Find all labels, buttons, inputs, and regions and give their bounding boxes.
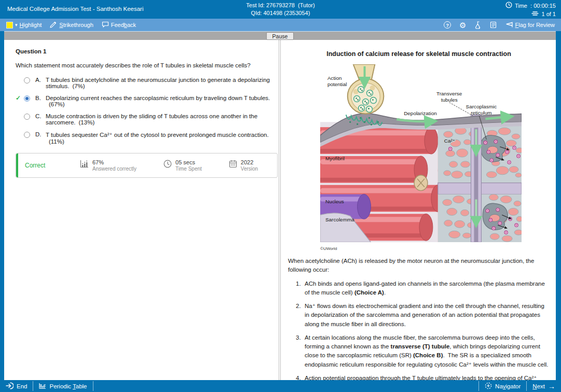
choice-percentage: (11%) [49,138,64,145]
notes-icon[interactable] [490,21,497,29]
pencil-icon [50,21,57,29]
answer-choice-row[interactable]: A. T tubules bind acetylcholine at the n… [16,77,272,89]
result-box: Correct 67%Answered correctly 05 secsTim… [16,153,278,178]
explanation-item: 3. At certain locations along the muscle… [288,333,550,369]
answer-choice-row[interactable]: D. T tubules sequester Ca²⁺ out of the c… [16,131,272,145]
item-number: 2. [296,302,301,311]
result-stats: 67%Answered correctly 05 secsTime Spent … [80,159,258,172]
highlight-label: Highlight [20,22,42,28]
top-bar: Medical College Admission Test - Santhos… [0,0,561,19]
help-icon[interactable]: ? [444,21,451,29]
explanation-item: 2. Na⁺ flows down its electrochemical gr… [288,302,550,329]
strikethrough-label: Strikethrough [59,22,93,28]
choice-radio[interactable] [24,132,30,138]
clock-icon [505,2,512,10]
label-myofibril: Myofibril [325,156,345,161]
next-arrow-icon: → [548,383,555,390]
separator [93,381,93,391]
periodic-table-button[interactable]: Periodic Table [33,380,92,392]
bottom-bar: End Periodic Table Navigator Next [0,380,561,392]
chevron-down-icon[interactable]: ▾ [15,23,18,27]
end-button[interactable]: End [0,380,33,392]
page-indicator: 1 of 1 [541,10,556,18]
highlight-color-swatch[interactable] [6,22,13,29]
flag-icon [505,21,513,29]
flag-label: Flag for Review [515,22,555,28]
label-sarcoplasmic-1: Sarcoplasmic [466,104,497,109]
strikethrough-button[interactable]: Strikethrough [50,21,93,29]
answer-choices: A. T tubules bind acetylcholine at the n… [16,77,272,145]
choice-radio[interactable] [24,77,30,83]
flag-for-review-button[interactable]: Flag for Review [505,21,555,29]
navigator-button[interactable]: Navigator [479,380,526,392]
explanation-item: 1. ACh binds and opens ligand-gated ion … [288,279,550,298]
timer-block: Time : 00:00:15 1 of 1 [505,2,556,18]
explanation-item: 4. Action potential propagation through … [288,374,550,380]
question-heading: Question 1 [16,48,272,54]
feedback-label: Feedback [111,22,136,28]
periodic-table-icon [39,383,46,390]
label-action-potential-1: Action [327,75,342,80]
navigator-icon [485,382,492,390]
answer-choice-row[interactable]: ✓ B. Depolarizing current reaches the sa… [16,95,272,107]
end-icon [6,382,13,390]
pages-icon [531,10,539,18]
periodic-table-label: Periodic Table [49,383,87,389]
test-title: Medical College Admission Test - Santhos… [7,6,144,12]
choice-letter: D. [35,131,46,137]
split-content: Question 1 Which statement most accurate… [4,40,556,380]
item-number: 3. [296,333,301,342]
explanation-intro: When acetylcholine (ACh) is released by … [288,257,550,275]
question-stem: Which statement most accurately describe… [16,62,272,68]
choice-percentage: (7%) [72,83,85,89]
answer-choice-row[interactable]: C. Muscle contraction is driven by the s… [16,113,272,125]
next-label: Next [532,383,545,389]
image-credit: ©UWorld [320,246,522,252]
label-action-potential-2: potential [327,81,347,87]
label-nucleus: Nucleus [325,199,344,204]
item-text: Na⁺ flows down its electrochemical gradi… [305,303,544,327]
bar-chart-icon [80,160,89,168]
stat-value: 67% [92,159,136,165]
item-number: 4. [296,374,301,380]
item-text: Action potential propagation through the… [305,375,539,380]
choice-radio[interactable] [24,114,30,120]
next-button[interactable]: Next → [527,380,561,392]
stat-label: Answered correctly [92,166,136,172]
choice-text: T tubules sequester Ca²⁺ out of the cyto… [46,131,272,145]
choice-percentage: (13%) [79,119,95,125]
choice-letter: C. [35,113,46,119]
end-label: End [17,383,27,389]
muscle-diagram: Action potential Transverse tubules Sarc… [320,64,522,243]
pause-button[interactable]: Pause [266,32,294,40]
exhibit-image: Action potential Transverse tubules Sarc… [320,64,522,252]
label-transverse-1: Transverse [436,90,462,96]
question-id: QId: 401498 (2353054) [246,9,314,17]
content-frame: Pause Question 1 Which statement most ac… [0,31,561,380]
explanation-list: 1. ACh binds and opens ligand-gated ion … [288,279,550,381]
stat-value: 2022 [241,159,258,165]
question-panel: Question 1 Which statement most accurate… [4,40,279,380]
choice-percentage: (67%) [49,101,65,107]
choice-radio[interactable] [24,95,30,102]
stat-label: Version [241,166,258,172]
label-ca: Ca²⁺ [444,138,455,144]
choice-text: T tubules bind acetylcholine at the neur… [46,77,272,89]
item-text: ACh binds and opens ligand-gated ion cha… [305,281,545,296]
exhibit-title: Induction of calcium release for skeleta… [288,49,550,59]
label-transverse-2: tubules [441,96,458,102]
gear-icon[interactable]: ⚙ [459,21,466,29]
result-stat: 2022Version [229,159,258,172]
result-stat: 05 secsTime Spent [163,159,202,172]
feedback-button[interactable]: Feedback [102,21,136,29]
choice-text: Muscle contraction is driven by the slid… [46,113,272,125]
item-text: At certain locations along the muscle fi… [305,334,548,368]
speech-bubble-icon [102,21,109,29]
highlight-button[interactable]: ▾ Highlight [6,22,42,29]
stat-label: Time Spent [175,166,202,172]
lab-values-icon[interactable] [475,21,482,29]
time-value: Time : 00:00:15 [515,2,556,10]
clock-icon [163,160,172,168]
test-meta: Test Id: 276793278 (Tutor) QId: 401498 (… [246,2,314,17]
correct-check-icon: ✓ [16,95,24,102]
